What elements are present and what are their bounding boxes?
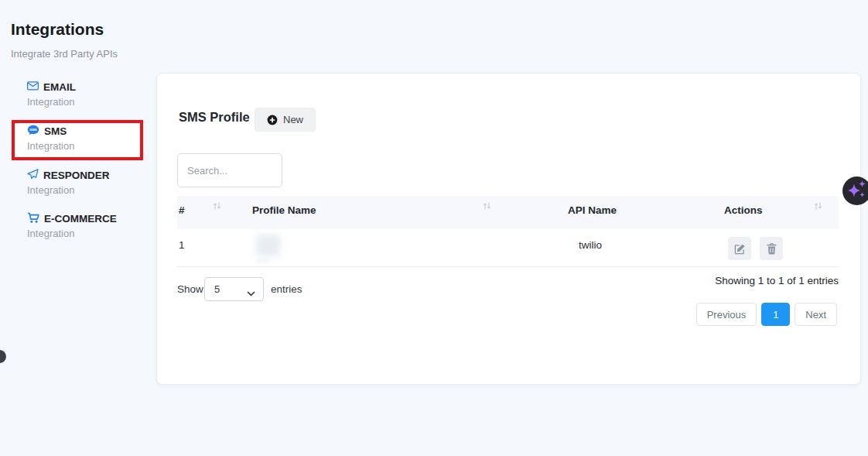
new-button[interactable]: New	[255, 108, 316, 132]
row-number-cell: 1	[179, 239, 185, 251]
api-name-cell: twilio	[513, 239, 668, 251]
sidebar-item-label: EMAIL	[43, 81, 76, 93]
chevron-down-icon	[247, 287, 255, 299]
new-button-label: New	[283, 114, 303, 125]
sidebar-item-email[interactable]: EMAIL Integration	[27, 81, 143, 108]
sms-profile-panel: SMS Profile New # Profile Name API Name …	[156, 73, 861, 385]
cart-icon	[27, 212, 39, 226]
sidebar-item-label: E-COMMERCE	[44, 213, 117, 225]
column-header-actions[interactable]: Actions	[724, 204, 763, 216]
column-header-profile-name[interactable]: Profile Name	[252, 204, 316, 216]
page-1-button[interactable]: 1	[761, 303, 790, 326]
sidebar-item-sublabel: Integration	[27, 140, 143, 152]
search-input[interactable]	[177, 153, 282, 187]
svg-text:SMS: SMS	[29, 128, 37, 132]
show-label: Show	[177, 283, 203, 295]
edge-dot	[0, 350, 6, 363]
paper-plane-icon	[27, 169, 39, 182]
previous-page-button[interactable]: Previous	[696, 303, 757, 326]
page-length-select[interactable]: 5	[204, 277, 264, 301]
edit-icon	[734, 243, 746, 255]
sidebar-item-responder[interactable]: RESPONDER Integration	[27, 169, 143, 196]
delete-button[interactable]	[760, 237, 783, 260]
trash-icon	[767, 243, 777, 255]
envelope-icon	[27, 81, 39, 93]
pagination: Previous 1 Next	[696, 303, 837, 326]
next-page-button[interactable]: Next	[795, 303, 837, 326]
chat-bubble-icon: SMS	[27, 125, 39, 138]
profile-name-cell-redacted	[256, 235, 281, 256]
sidebar-item-sublabel: Integration	[27, 96, 143, 108]
sort-icon[interactable]	[814, 200, 822, 209]
sort-icon[interactable]	[483, 200, 491, 209]
panel-title: SMS Profile	[179, 110, 250, 125]
edit-button[interactable]	[728, 237, 751, 260]
page-length-value: 5	[214, 283, 220, 295]
assistant-button[interactable]	[842, 177, 868, 205]
sort-icon[interactable]	[213, 200, 221, 209]
column-header-number[interactable]: #	[179, 204, 185, 216]
column-header-api-name[interactable]: API Name	[568, 204, 617, 216]
sidebar-item-ecommerce[interactable]: E-COMMERCE Integration	[27, 212, 143, 239]
table-info-text: Showing 1 to 1 of 1 entries	[715, 275, 839, 286]
sidebar-item-label: RESPONDER	[43, 170, 110, 181]
plus-circle-icon	[267, 115, 278, 125]
sidebar-item-sms[interactable]: SMS SMS Integration	[27, 125, 143, 152]
page-title: Integrations	[11, 20, 104, 39]
sidebar-item-sublabel: Integration	[27, 184, 143, 196]
sidebar-item-label: SMS	[44, 125, 67, 137]
page-subtitle: Integrate 3rd Party APIs	[11, 48, 118, 60]
profile-name-cell-redacted-fragment	[256, 259, 269, 262]
entries-label: entries	[271, 283, 302, 295]
sidebar-item-sublabel: Integration	[27, 228, 143, 239]
